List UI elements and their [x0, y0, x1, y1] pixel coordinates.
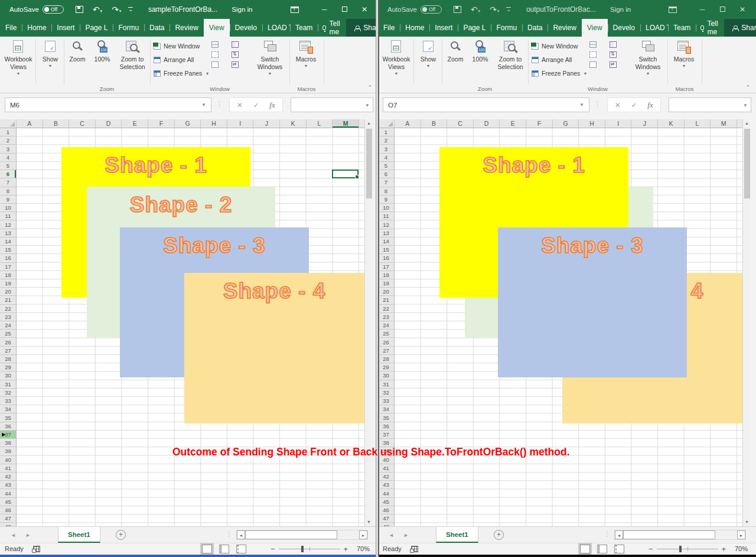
ribbon-tab-formu[interactable]: Formu	[113, 19, 144, 37]
column-header-H[interactable]: H	[201, 119, 227, 128]
formula-bar-drag-dots[interactable]: ⋮	[594, 100, 601, 108]
formula-input[interactable]: ▼	[669, 97, 751, 112]
undo-icon[interactable]: ↶▾	[471, 5, 480, 14]
row-header-34[interactable]: 34	[378, 405, 394, 413]
save-icon[interactable]	[76, 6, 83, 13]
ribbon-tab-home[interactable]: Home	[22, 19, 51, 37]
arrange-all-button[interactable]: Arrange All	[154, 55, 194, 64]
cancel-icon[interactable]: ✕	[615, 101, 621, 109]
column-header-B[interactable]: B	[43, 119, 70, 128]
ribbon-tab-formu[interactable]: Formu	[491, 19, 522, 37]
undo-icon[interactable]: ↶▾	[93, 5, 102, 14]
zoom-slider-track[interactable]	[279, 549, 340, 549]
scroll-right-arrow-icon[interactable]: ►	[359, 530, 367, 539]
redo-dropdown-caret[interactable]: ▾	[119, 9, 122, 13]
synchronous-scrolling-icon[interactable]	[610, 51, 617, 58]
row-header-27[interactable]: 27	[378, 347, 394, 355]
macros-button[interactable]: Macros ▼	[292, 38, 320, 69]
window-divider[interactable]	[376, 0, 379, 557]
row-header-24[interactable]: 24	[0, 321, 16, 330]
row-header-1[interactable]: 1	[0, 128, 16, 136]
ribbon-tab-review[interactable]: Review	[548, 19, 581, 37]
scroll-right-arrow-icon[interactable]: ►	[737, 530, 745, 539]
tell-me-box[interactable]: Tell me	[696, 19, 724, 37]
tab-bar-drag-dots[interactable]: ⋮	[604, 530, 610, 538]
row-header-30[interactable]: 30	[378, 372, 394, 380]
horizontal-scrollbar[interactable]: ◄ ►	[236, 530, 368, 540]
macros-button[interactable]: Macros ▼	[670, 38, 698, 69]
row-header-48[interactable]: 48	[0, 523, 16, 526]
column-header-I[interactable]: I	[605, 119, 632, 128]
show-button[interactable]: Show ▼	[38, 38, 63, 69]
ribbon-tab-team[interactable]: Team	[668, 19, 696, 37]
column-header-B[interactable]: B	[421, 119, 448, 128]
customize-quick-access-toolbar-icon[interactable]: ⌄	[506, 7, 511, 11]
ribbon-tab-load-t[interactable]: LOAD T	[640, 19, 668, 37]
row-header-18[interactable]: 18	[0, 271, 16, 279]
row-header-44[interactable]: 44	[378, 489, 394, 497]
row-header-35[interactable]: 35	[0, 413, 16, 422]
column-header-C[interactable]: C	[69, 119, 96, 128]
row-header-41[interactable]: 41	[0, 464, 16, 473]
ribbon-tab-home[interactable]: Home	[400, 19, 429, 37]
page-break-preview-icon[interactable]	[236, 545, 246, 553]
next-sheet-arrow-icon[interactable]: ►	[25, 532, 31, 538]
row-header-23[interactable]: 23	[0, 313, 16, 321]
row-header-1[interactable]: 1	[378, 128, 394, 136]
sheet-tab-sheet1[interactable]: Sheet1	[58, 527, 100, 543]
row-header-42[interactable]: 42	[378, 473, 394, 481]
ribbon-tab-file[interactable]: File	[378, 19, 400, 37]
row-header-42[interactable]: 42	[0, 473, 16, 481]
zoom-slider-track[interactable]	[657, 549, 718, 549]
zoom-percentage[interactable]: 70%	[357, 545, 370, 552]
workbook-views-button[interactable]: Workbook Views ▼	[2, 38, 34, 77]
zoom-100-button[interactable]: 100 100%	[90, 38, 114, 63]
minimize-button[interactable]: ─	[692, 5, 712, 14]
enter-icon[interactable]: ✓	[253, 101, 259, 109]
row-header-26[interactable]: 26	[378, 338, 394, 346]
row-header-10[interactable]: 10	[0, 204, 16, 212]
collapse-ribbon-icon[interactable]: ⌃	[367, 84, 372, 90]
row-header-32[interactable]: 32	[0, 389, 16, 397]
hide-window-icon[interactable]	[589, 51, 597, 58]
ribbon-display-options-icon[interactable]	[669, 6, 677, 13]
row-header-8[interactable]: 8	[0, 187, 16, 196]
sign-in-link[interactable]: Sign in	[610, 6, 631, 13]
autosave-toggle[interactable]: Off	[43, 5, 64, 14]
row-header-3[interactable]: 3	[378, 145, 394, 153]
row-header-28[interactable]: 28	[0, 355, 16, 363]
shape-shape3[interactable]: Shape - 3	[498, 227, 687, 377]
column-header-partial[interactable]	[359, 119, 364, 128]
column-header-G[interactable]: G	[553, 119, 579, 128]
vertical-scrollbar-thumb[interactable]	[366, 129, 372, 198]
undo-dropdown-caret[interactable]: ▾	[478, 9, 481, 13]
zoom-out-button[interactable]: −	[649, 545, 653, 553]
row-header-31[interactable]: 31	[0, 380, 16, 389]
expand-formula-bar-caret[interactable]: ▼	[365, 103, 370, 108]
row-header-10[interactable]: 10	[378, 204, 394, 212]
row-header-36[interactable]: 36	[0, 422, 16, 431]
row-header-31[interactable]: 31	[378, 380, 394, 389]
column-header-K[interactable]: K	[280, 119, 307, 128]
row-header-36[interactable]: 36	[378, 422, 394, 431]
redo-icon[interactable]: ↷▾	[490, 5, 499, 14]
row-header-5[interactable]: 5	[378, 162, 394, 170]
row-header-12[interactable]: 12	[0, 220, 16, 229]
row-header-4[interactable]: 4	[0, 154, 16, 162]
ribbon-tab-file[interactable]: File	[0, 19, 22, 37]
maximize-button[interactable]	[334, 5, 354, 14]
save-icon[interactable]	[454, 6, 461, 13]
ribbon-tab-insert[interactable]: Insert	[51, 19, 80, 37]
ribbon-tab-data[interactable]: Data	[522, 19, 548, 37]
tab-bar-drag-dots[interactable]: ⋮	[226, 530, 232, 538]
row-header-46[interactable]: 46	[0, 506, 16, 514]
row-header-8[interactable]: 8	[378, 187, 394, 196]
scroll-down-arrow-icon[interactable]: ▼	[365, 518, 373, 526]
row-header-29[interactable]: 29	[378, 363, 394, 372]
row-header-17[interactable]: 17	[0, 263, 16, 271]
active-cell-selection[interactable]	[332, 170, 359, 178]
row-header-26[interactable]: 26	[0, 338, 16, 346]
ribbon-tab-view[interactable]: View	[204, 19, 230, 37]
sheet-tab-sheet1[interactable]: Sheet1	[436, 527, 478, 543]
zoom-to-selection-button[interactable]: Zoom to Selection	[116, 38, 149, 71]
